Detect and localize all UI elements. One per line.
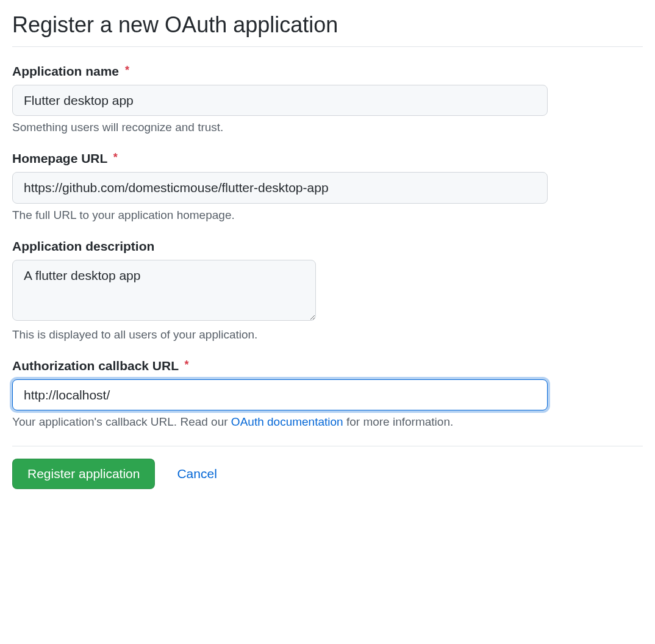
callback-url-input[interactable] bbox=[12, 379, 548, 410]
description-label: Application description bbox=[12, 239, 643, 254]
homepage-url-help: The full URL to your application homepag… bbox=[12, 209, 643, 222]
oauth-docs-link[interactable]: OAuth documentation bbox=[231, 415, 343, 428]
callback-help-prefix: Your application's callback URL. Read ou… bbox=[12, 415, 231, 428]
homepage-url-label: Homepage URL * bbox=[12, 151, 643, 166]
required-asterisk-icon: * bbox=[113, 151, 118, 163]
callback-help-suffix: for more information. bbox=[343, 415, 454, 428]
description-label-text: Application description bbox=[12, 239, 154, 253]
form-actions: Register application Cancel bbox=[12, 446, 643, 489]
callback-url-label: Authorization callback URL * bbox=[12, 359, 643, 373]
oauth-form: Application name * Something users will … bbox=[12, 64, 643, 489]
homepage-url-input[interactable] bbox=[12, 172, 548, 203]
required-asterisk-icon: * bbox=[125, 64, 129, 76]
app-name-group: Application name * Something users will … bbox=[12, 64, 643, 134]
cancel-button[interactable]: Cancel bbox=[177, 467, 217, 481]
callback-url-group: Authorization callback URL * Your applic… bbox=[12, 359, 643, 429]
app-name-help: Something users will recognize and trust… bbox=[12, 121, 643, 134]
homepage-url-group: Homepage URL * The full URL to your appl… bbox=[12, 151, 643, 221]
required-asterisk-icon: * bbox=[185, 359, 189, 371]
app-name-input[interactable] bbox=[12, 85, 548, 116]
app-name-label: Application name * bbox=[12, 64, 643, 79]
callback-url-help: Your application's callback URL. Read ou… bbox=[12, 415, 643, 429]
description-help: This is displayed to all users of your a… bbox=[12, 328, 643, 342]
description-group: Application description This is displaye… bbox=[12, 239, 643, 342]
page-title: Register a new OAuth application bbox=[12, 12, 643, 47]
callback-url-label-text: Authorization callback URL bbox=[12, 359, 179, 373]
description-textarea[interactable] bbox=[12, 260, 316, 321]
register-button[interactable]: Register application bbox=[12, 459, 155, 489]
homepage-url-label-text: Homepage URL bbox=[12, 151, 107, 165]
app-name-label-text: Application name bbox=[12, 64, 119, 78]
